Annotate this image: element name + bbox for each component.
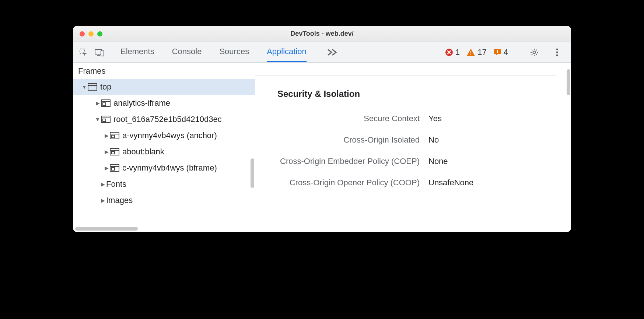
settings-button[interactable] xyxy=(526,48,542,57)
disclosure-triangle-icon[interactable]: ▶ xyxy=(104,133,109,139)
svg-rect-6 xyxy=(470,54,471,55)
tab-label: Console xyxy=(172,47,202,56)
sidebar-vertical-scrollbar[interactable] xyxy=(251,158,254,188)
titlebar: DevTools - web.dev/ xyxy=(73,26,571,42)
warning-counter[interactable]: 17 xyxy=(466,48,486,57)
warning-icon xyxy=(466,48,475,56)
issues-counter[interactable]: 4 xyxy=(493,48,508,57)
sidebar-horizontal-scrollbar[interactable] xyxy=(75,227,138,231)
disclosure-triangle-icon[interactable]: ▶ xyxy=(104,165,109,171)
tree-node-label: about:blank xyxy=(122,147,164,157)
report-rows: Secure ContextYesCross-Origin IsolatedNo… xyxy=(255,108,556,193)
frame-icon xyxy=(101,99,111,107)
error-counter[interactable]: 1 xyxy=(445,48,460,57)
report-section-title: Security & Isolation xyxy=(255,75,556,108)
tree-node-label: root_616a752e1b5d4210d3ec xyxy=(113,115,222,124)
frame-icon xyxy=(101,116,111,123)
frames-tree: ▼top▶analytics-iframe▼root_616a752e1b5d4… xyxy=(73,78,255,208)
tab-application[interactable]: Application xyxy=(267,42,307,62)
detail-inner: Security & Isolation Secure ContextYesCr… xyxy=(255,63,571,232)
svg-rect-17 xyxy=(103,103,106,105)
svg-rect-3 xyxy=(101,51,104,56)
svg-point-9 xyxy=(533,51,536,53)
svg-point-12 xyxy=(556,54,558,56)
svg-rect-5 xyxy=(470,51,471,53)
tree-node[interactable]: ▶about:blank xyxy=(73,144,255,160)
tab-label: Application xyxy=(267,47,307,56)
report-row: Cross-Origin IsolatedNo xyxy=(255,129,556,151)
tree-node[interactable]: ▶Images xyxy=(73,192,255,208)
tab-label: Elements xyxy=(120,47,154,56)
svg-rect-20 xyxy=(103,119,106,122)
detail-vertical-scrollbar[interactable] xyxy=(567,69,570,95)
tree-node-label: Images xyxy=(106,196,133,205)
tab-label: Sources xyxy=(219,47,249,56)
disclosure-triangle-icon[interactable]: ▶ xyxy=(104,149,109,155)
tree-node[interactable]: ▶a-vynmy4vb4wys (anchor) xyxy=(73,127,255,144)
zoom-window-button[interactable] xyxy=(97,31,102,36)
panel-tabs: Elements Console Sources Application xyxy=(120,42,340,62)
devtools-window: DevTools - web.dev/ Elements Console xyxy=(73,26,571,232)
issues-icon xyxy=(493,48,501,56)
svg-point-11 xyxy=(556,51,558,53)
tree-node[interactable]: ▼root_616a752e1b5d4210d3ec xyxy=(73,111,255,127)
tree-node[interactable]: ▶Fonts xyxy=(73,176,255,192)
svg-rect-13 xyxy=(88,84,97,90)
tree-node-label: analytics-iframe xyxy=(113,98,170,108)
tree-node-label: Fonts xyxy=(106,179,126,189)
minimize-window-button[interactable] xyxy=(88,31,94,36)
svg-rect-23 xyxy=(112,135,115,138)
tree-node-label: c-vynmy4vb4wys (bframe) xyxy=(122,163,217,173)
error-icon xyxy=(445,48,453,56)
report-row: Cross-Origin Embedder Policy (COEP)None xyxy=(255,151,556,172)
sidebar-title: Frames xyxy=(73,63,255,78)
content-area: Frames ▼top▶analytics-iframe▼root_616a75… xyxy=(73,63,571,232)
close-window-button[interactable] xyxy=(80,31,85,36)
device-toggle-button[interactable] xyxy=(91,48,108,56)
error-count: 1 xyxy=(455,48,460,57)
tab-sources[interactable]: Sources xyxy=(219,42,249,62)
toolbar-left xyxy=(75,42,112,62)
report-row: Secure ContextYes xyxy=(255,108,556,129)
svg-rect-29 xyxy=(112,168,115,170)
frames-sidebar: Frames ▼top▶analytics-iframe▼root_616a75… xyxy=(73,63,255,232)
report-value: UnsafeNone xyxy=(428,178,473,187)
report-value: No xyxy=(428,135,439,145)
report-key: Secure Context xyxy=(255,114,428,123)
tree-node[interactable]: ▼top xyxy=(73,79,255,95)
main-toolbar: Elements Console Sources Application 1 xyxy=(73,42,571,63)
svg-rect-7 xyxy=(497,50,498,52)
toolbar-right: 1 17 4 xyxy=(445,42,569,62)
svg-rect-26 xyxy=(112,151,115,154)
warning-count: 17 xyxy=(477,48,486,57)
disclosure-triangle-icon[interactable]: ▶ xyxy=(100,197,105,203)
tree-node[interactable]: ▶analytics-iframe xyxy=(73,95,255,111)
report-key: Cross-Origin Isolated xyxy=(255,135,428,145)
window-controls xyxy=(73,31,102,36)
disclosure-triangle-icon[interactable]: ▼ xyxy=(82,84,87,90)
report-key: Cross-Origin Embedder Policy (COEP) xyxy=(255,157,428,166)
disclosure-triangle-icon[interactable]: ▼ xyxy=(95,116,100,122)
issues-count: 4 xyxy=(504,48,508,57)
tree-node[interactable]: ▶c-vynmy4vb4wys (bframe) xyxy=(73,160,255,176)
report-value: None xyxy=(428,157,448,166)
frame-icon xyxy=(110,132,119,139)
window-title: DevTools - web.dev/ xyxy=(73,30,571,38)
frame-icon xyxy=(88,83,97,91)
tab-console[interactable]: Console xyxy=(172,42,202,62)
kebab-menu-button[interactable] xyxy=(549,48,565,56)
svg-rect-8 xyxy=(497,52,498,53)
detail-pane: Security & Isolation Secure ContextYesCr… xyxy=(255,63,571,232)
tab-elements[interactable]: Elements xyxy=(120,42,154,62)
tree-node-label: top xyxy=(100,82,112,92)
more-tabs-button[interactable] xyxy=(324,42,340,62)
report-key: Cross-Origin Opener Policy (COOP) xyxy=(255,178,428,187)
disclosure-triangle-icon[interactable]: ▶ xyxy=(95,100,100,106)
tree-node-label: a-vynmy4vb4wys (anchor) xyxy=(122,131,217,140)
inspect-element-button[interactable] xyxy=(75,48,91,57)
svg-point-10 xyxy=(556,48,558,50)
disclosure-triangle-icon[interactable]: ▶ xyxy=(100,181,105,187)
frame-icon xyxy=(110,148,119,155)
report-row: Cross-Origin Opener Policy (COOP)UnsafeN… xyxy=(255,172,556,193)
report-value: Yes xyxy=(428,114,442,123)
